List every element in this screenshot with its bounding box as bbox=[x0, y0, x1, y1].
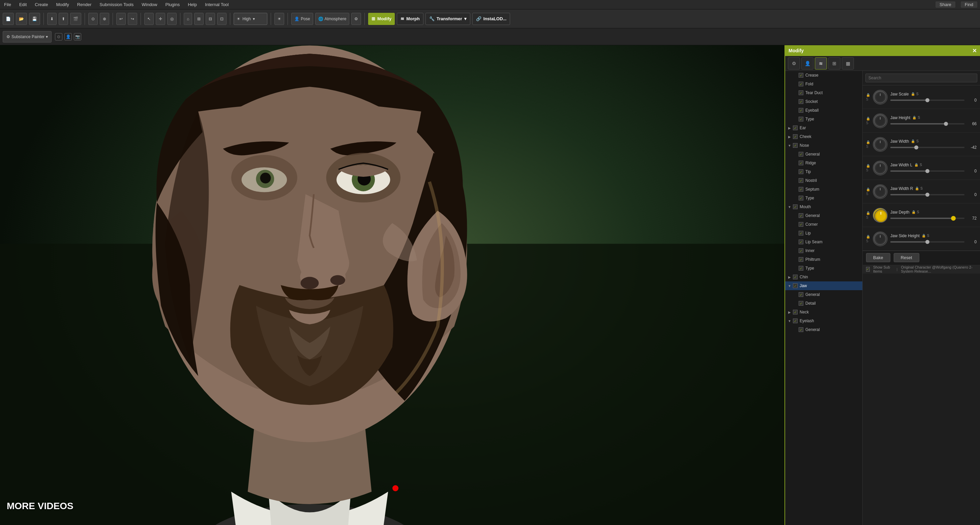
sym2-button[interactable]: ⊡ bbox=[217, 13, 226, 25]
sun2-icon[interactable]: ☀ bbox=[274, 13, 284, 25]
prop-icon2[interactable]: S bbox=[927, 234, 929, 238]
tree-checkbox[interactable] bbox=[799, 327, 803, 332]
tree-item[interactable]: Type bbox=[785, 194, 862, 203]
tree-checkbox[interactable] bbox=[799, 169, 803, 174]
tree-item[interactable]: Lip bbox=[785, 229, 862, 238]
modify-button[interactable]: ⊞ Modify bbox=[368, 13, 395, 25]
snap-button[interactable]: ⌂ bbox=[184, 13, 192, 25]
tree-item[interactable]: Lip Seam bbox=[785, 238, 862, 246]
prop-icon1[interactable]: 🔒 bbox=[912, 116, 916, 120]
tree-checkbox[interactable] bbox=[799, 213, 803, 218]
prop-icon1[interactable]: 🔒 bbox=[911, 139, 915, 143]
slider-thumb[interactable] bbox=[925, 240, 929, 244]
tree-item[interactable]: ▼Jaw bbox=[785, 281, 862, 290]
tree-item[interactable]: Crease bbox=[785, 71, 862, 80]
prop-icon1[interactable]: 🔒 bbox=[914, 163, 918, 167]
tree-item[interactable]: Socket bbox=[785, 97, 862, 106]
redo-button[interactable]: ↪ bbox=[128, 13, 137, 25]
tree-checkbox[interactable] bbox=[799, 231, 803, 236]
tree-checkbox[interactable] bbox=[793, 319, 798, 323]
select-button[interactable]: ↖ bbox=[144, 13, 154, 25]
slider-thumb[interactable] bbox=[944, 122, 948, 126]
tree-item[interactable]: Inner bbox=[785, 246, 862, 255]
sym-button[interactable]: ⊟ bbox=[206, 13, 215, 25]
menu-submission[interactable]: Submission Tools bbox=[98, 2, 135, 8]
tree-item[interactable]: Fold bbox=[785, 80, 862, 88]
key-icon[interactable]: S bbox=[866, 121, 870, 125]
undo-button[interactable]: ↩ bbox=[116, 13, 126, 25]
tree-checkbox[interactable] bbox=[799, 222, 803, 227]
property-dial[interactable] bbox=[873, 137, 888, 152]
prop-icon1[interactable]: 🔒 bbox=[915, 187, 919, 190]
prop-icon2[interactable]: S bbox=[920, 163, 922, 167]
tree-item[interactable]: ▶Cheek bbox=[785, 132, 862, 141]
key-icon[interactable]: S bbox=[866, 145, 870, 148]
close-icon[interactable]: ✕ bbox=[972, 48, 977, 54]
key-icon[interactable]: S bbox=[866, 97, 870, 101]
tree-checkbox[interactable] bbox=[793, 204, 798, 209]
menu-create[interactable]: Create bbox=[33, 2, 49, 8]
key-icon[interactable]: S bbox=[866, 239, 870, 243]
tree-expand-icon[interactable]: ▼ bbox=[787, 319, 792, 323]
open-button[interactable]: 📂 bbox=[16, 13, 27, 25]
tree-checkbox[interactable] bbox=[799, 187, 803, 191]
find-button[interactable]: Find bbox=[961, 2, 977, 8]
tree-expand-icon[interactable]: ▼ bbox=[787, 143, 792, 148]
instalod-button[interactable]: 🔗 InstaLOD... bbox=[472, 13, 511, 25]
property-dial[interactable] bbox=[873, 208, 888, 223]
scene-button[interactable]: 🎬 bbox=[70, 13, 81, 25]
tree-checkbox[interactable] bbox=[799, 239, 803, 244]
show-sub-items-checkbox[interactable]: ✓ bbox=[866, 267, 870, 271]
menu-render[interactable]: Render bbox=[76, 2, 93, 8]
tree-checkbox[interactable] bbox=[799, 248, 803, 253]
lock-icon[interactable]: 🔒 bbox=[866, 235, 870, 239]
property-slider[interactable] bbox=[890, 241, 964, 243]
tree-item[interactable]: ▶Ear bbox=[785, 123, 862, 132]
lock-icon[interactable]: 🔒 bbox=[866, 188, 870, 191]
transform-button[interactable]: ✛ bbox=[156, 13, 165, 25]
tree-checkbox[interactable] bbox=[799, 301, 803, 306]
tree-expand-icon[interactable]: ▶ bbox=[787, 126, 792, 130]
tree-item[interactable]: Septum bbox=[785, 185, 862, 194]
atmosphere-button[interactable]: 🌐 Atmosphere bbox=[315, 13, 350, 25]
property-dial[interactable] bbox=[873, 90, 888, 105]
tree-checkbox[interactable] bbox=[793, 134, 798, 139]
tree-item[interactable]: Nostril bbox=[785, 176, 862, 185]
property-slider[interactable] bbox=[890, 171, 964, 172]
substance-painter-button[interactable]: ⚙ Substance Painter ▾ bbox=[3, 31, 52, 43]
tree-checkbox[interactable] bbox=[799, 152, 803, 156]
prop-icon2[interactable]: S bbox=[918, 116, 920, 120]
property-slider[interactable] bbox=[890, 194, 964, 195]
menu-internal[interactable]: Internal Tool bbox=[204, 2, 230, 8]
prop-icon1[interactable]: 🔒 bbox=[911, 92, 915, 96]
tree-item[interactable]: ▶Chin bbox=[785, 273, 862, 281]
tree-item[interactable]: ▼Mouth bbox=[785, 203, 862, 211]
tree-item[interactable]: Philtrum bbox=[785, 255, 862, 264]
tree-item[interactable]: Detail bbox=[785, 299, 862, 308]
lock-icon[interactable]: 🔒 bbox=[866, 211, 870, 215]
slider-thumb[interactable] bbox=[914, 145, 918, 150]
morph-button[interactable]: ≋ Morph bbox=[397, 13, 423, 25]
tree-item[interactable]: ▼Eyelash bbox=[785, 316, 862, 325]
tree-item[interactable]: General bbox=[785, 290, 862, 299]
property-slider[interactable] bbox=[890, 123, 964, 124]
menu-edit[interactable]: Edit bbox=[18, 2, 28, 8]
key-icon[interactable]: S bbox=[866, 168, 870, 172]
tab-grid[interactable]: ⊞ bbox=[828, 57, 840, 70]
tree-item[interactable]: General bbox=[785, 211, 862, 220]
export-button[interactable]: ⬆ bbox=[59, 13, 68, 25]
extra-button[interactable]: ⚙ bbox=[351, 13, 361, 25]
tree-checkbox[interactable] bbox=[799, 266, 803, 271]
lock-icon[interactable]: 🔒 bbox=[866, 93, 870, 97]
tree-item[interactable]: Corner bbox=[785, 220, 862, 229]
tree-item[interactable]: ▼Nose bbox=[785, 141, 862, 150]
tab-morph[interactable]: ≋ bbox=[815, 57, 827, 70]
tree-checkbox[interactable] bbox=[793, 143, 798, 148]
property-slider[interactable] bbox=[890, 218, 964, 219]
irender-button[interactable]: ⊕ bbox=[100, 13, 109, 25]
tree-checkbox[interactable] bbox=[799, 257, 803, 262]
snap2-button[interactable]: ⊞ bbox=[194, 13, 204, 25]
tree-item[interactable]: Eyeball bbox=[785, 106, 862, 115]
render-button[interactable]: ⊙ bbox=[88, 13, 98, 25]
tree-checkbox[interactable] bbox=[799, 99, 803, 104]
